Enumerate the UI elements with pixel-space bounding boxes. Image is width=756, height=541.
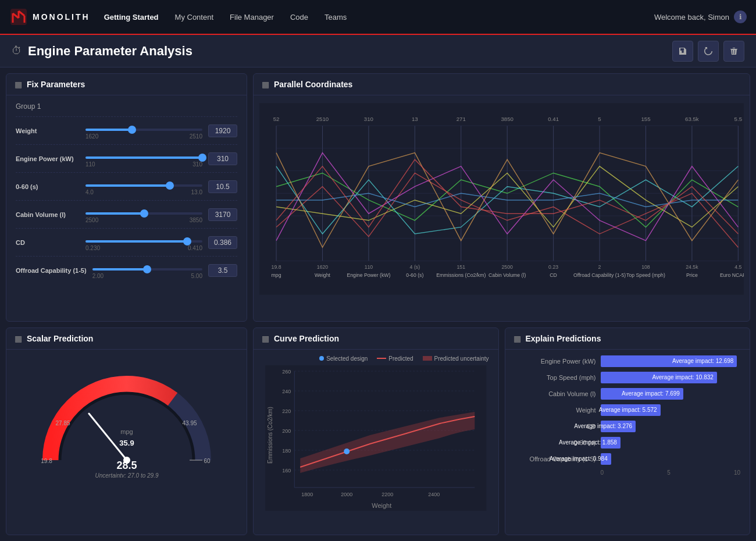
slider-labels: 110 310 xyxy=(85,161,202,168)
curve-icon: ▦ xyxy=(262,334,269,343)
svg-text:60: 60 xyxy=(204,458,211,464)
nav-teams[interactable]: Teams xyxy=(324,10,347,24)
param-value[interactable]: 310 xyxy=(208,152,237,165)
slider-container[interactable]: 0.230 0.410 xyxy=(85,233,202,251)
parallel-svg-container: 5219.8mpg25101620Weight310110Engine Powe… xyxy=(254,95,750,304)
slider-fill xyxy=(85,240,187,243)
explain-bar-container: Average impact: 0.984 xyxy=(601,453,741,465)
svg-text:19.8: 19.8 xyxy=(272,264,281,270)
axis-label-5: 5 xyxy=(667,469,671,476)
svg-text:5: 5 xyxy=(598,116,601,122)
slider-container[interactable]: 4.0 13.0 xyxy=(85,177,202,195)
slider-thumb xyxy=(183,237,191,245)
svg-text:2400: 2400 xyxy=(428,492,440,497)
slider-track xyxy=(85,240,202,243)
group-label: Group 1 xyxy=(16,102,237,111)
nav-file-manager[interactable]: File Manager xyxy=(230,10,274,24)
delete-button[interactable] xyxy=(723,41,744,62)
svg-text:180: 180 xyxy=(282,448,291,454)
slider-min: 0.230 xyxy=(85,245,100,251)
save-icon xyxy=(678,47,687,56)
fix-parameters-content: Group 1 Weight 1620 2510 1920 Engine Pow… xyxy=(6,95,247,291)
slider-max: 0.410 xyxy=(188,245,202,251)
fix-parameters-header: ▦ Fix Parameters xyxy=(6,74,247,95)
svg-text:1620: 1620 xyxy=(317,264,329,270)
explain-bar-label: Average impact: 10.832 xyxy=(652,374,713,380)
user-welcome-text: Welcome back, Simon xyxy=(654,13,729,22)
slider-container[interactable]: 110 310 xyxy=(85,150,202,168)
bottom-row: ▦ Scalar Prediction xyxy=(6,328,750,536)
slider-fill xyxy=(85,129,132,131)
explain-bar-container: Average impact: 3.276 xyxy=(601,421,741,432)
page-header: ⏱ Engine Parameter Analysis xyxy=(0,35,756,67)
svg-text:108: 108 xyxy=(641,264,650,270)
svg-text:28.5: 28.5 xyxy=(116,460,137,471)
explain-row: Cabin Volume (l) Average impact: 7.699 xyxy=(515,388,741,400)
svg-text:2510: 2510 xyxy=(316,116,329,122)
slider-thumb xyxy=(198,154,206,162)
slider-container[interactable]: 1620 2510 xyxy=(85,122,202,140)
logo[interactable]: MONOLITH xyxy=(9,8,90,26)
svg-text:43.95: 43.95 xyxy=(182,420,197,426)
slider-thumb xyxy=(143,265,151,273)
param-row: Offroad Capability (1-5) 2.00 5.00 3.5 xyxy=(16,256,237,284)
slider-container[interactable]: 2500 3850 xyxy=(85,205,202,223)
parallel-coordinates-chart: 5219.8mpg25101620Weight310110Engine Powe… xyxy=(259,100,744,298)
slider-thumb xyxy=(140,209,148,218)
param-value[interactable]: 0.386 xyxy=(208,236,237,249)
scalar-prediction-panel: ▦ Scalar Prediction xyxy=(6,328,247,536)
slider-thumb xyxy=(128,126,136,134)
param-value[interactable]: 3.5 xyxy=(208,264,237,277)
scalar-prediction-header: ▦ Scalar Prediction xyxy=(6,328,247,350)
explain-rows-container: Engine Power (kW) Average impact: 12.698… xyxy=(515,355,741,465)
svg-text:Uncertainty: 27.0 to 29.9: Uncertainty: 27.0 to 29.9 xyxy=(95,472,158,478)
legend-predicted-label: Predicted xyxy=(388,355,413,362)
curve-legend: Selected design Predicted Predicted unce… xyxy=(263,355,489,362)
svg-text:110: 110 xyxy=(365,264,373,270)
svg-text:13: 13 xyxy=(412,116,418,122)
explain-bar: Average impact: 3.276 xyxy=(601,421,636,432)
slider-min: 4.0 xyxy=(85,189,94,195)
explain-bar-label: Average impact: 7.699 xyxy=(622,390,680,397)
svg-text:Price: Price xyxy=(686,272,698,278)
explain-bar: Average impact: 1.858 xyxy=(601,437,621,449)
svg-text:1800: 1800 xyxy=(301,492,313,497)
param-name: Weight xyxy=(16,127,80,134)
nav-code[interactable]: Code xyxy=(290,10,308,24)
nav-getting-started[interactable]: Getting Started xyxy=(104,10,159,24)
fix-params-icon: ▦ xyxy=(15,80,22,89)
explain-bar-container: Average impact: 10.832 xyxy=(601,372,741,383)
params-container: Weight 1620 2510 1920 Engine Power (kW) … xyxy=(16,116,237,284)
svg-text:4.5: 4.5 xyxy=(734,264,741,270)
svg-text:155: 155 xyxy=(641,116,650,122)
explain-icon: ▦ xyxy=(513,334,521,343)
scalar-icon: ▦ xyxy=(15,334,22,343)
refresh-button[interactable] xyxy=(698,41,719,62)
param-row: Weight 1620 2510 1920 xyxy=(16,116,237,144)
explain-param-name: Weight xyxy=(515,407,596,414)
navbar: MONOLITH Getting Started My Content File… xyxy=(0,0,756,35)
slider-container[interactable]: 2.00 5.00 xyxy=(92,261,202,279)
parallel-icon: ▦ xyxy=(262,80,269,89)
param-value[interactable]: 1920 xyxy=(208,124,237,137)
parallel-coordinates-title: Parallel Coordinates xyxy=(274,80,352,89)
explain-bar-label: Average impact: 12.698 xyxy=(672,358,733,364)
param-name: CD xyxy=(16,239,80,246)
svg-text:Weight: Weight xyxy=(372,502,391,509)
slider-max: 2510 xyxy=(190,133,202,140)
logo-icon xyxy=(9,8,28,26)
svg-text:Offroad Capability (1-5): Offroad Capability (1-5) xyxy=(573,272,626,278)
svg-text:2: 2 xyxy=(598,264,601,270)
svg-text:151: 151 xyxy=(457,264,465,270)
page-icon: ⏱ xyxy=(12,45,22,57)
param-value[interactable]: 3170 xyxy=(208,208,237,221)
param-value[interactable]: 10.5 xyxy=(208,180,237,193)
legend-selected-label: Selected design xyxy=(326,355,368,362)
save-button[interactable] xyxy=(672,41,693,62)
gauge-chart: 35.9 mpg 19.8 60 27.85 43.95 28.5 Uncert… xyxy=(34,361,220,478)
svg-text:27.85: 27.85 xyxy=(55,420,70,426)
svg-text:2500: 2500 xyxy=(501,264,513,270)
svg-text:271: 271 xyxy=(457,116,466,122)
curve-prediction-content: Selected design Predicted Predicted unce… xyxy=(254,350,498,518)
nav-my-content[interactable]: My Content xyxy=(175,10,213,24)
